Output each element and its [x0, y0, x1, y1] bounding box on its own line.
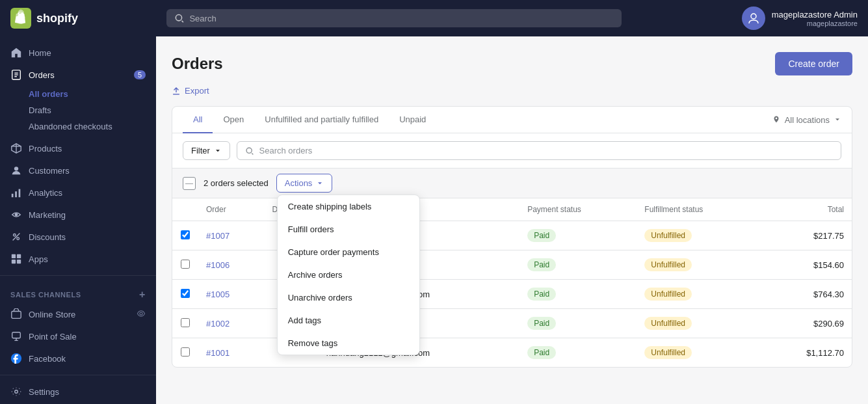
- dropdown-item-create-shipping[interactable]: Create shipping labels: [278, 195, 419, 218]
- page-title: Orders: [172, 55, 223, 73]
- sidebar-item-analytics[interactable]: Analytics: [0, 182, 156, 204]
- row-checkbox-cell: [172, 309, 198, 338]
- svg-point-11: [15, 213, 18, 216]
- row-checkbox-1006[interactable]: [181, 260, 190, 269]
- row-payment-1005: Paid: [519, 280, 637, 309]
- tab-unfulfilled[interactable]: Unfulfilled and partially fulfilled: [254, 107, 389, 133]
- table-body: #1007 — Paid Unfulfilled $217.75 #1006 —…: [172, 221, 852, 368]
- svg-rect-16: [17, 254, 21, 258]
- fulfillment-badge-1007: Unfulfilled: [644, 229, 692, 242]
- row-fulfillment-1005: Unfulfilled: [637, 280, 762, 309]
- search-icon: [174, 13, 184, 23]
- order-link-1007[interactable]: #1007: [206, 231, 230, 241]
- fulfillment-badge-1005: Unfulfilled: [644, 288, 692, 301]
- sidebar-label-facebook: Facebook: [29, 354, 66, 364]
- sidebar-divider: [0, 275, 156, 276]
- sidebar-item-online-store[interactable]: Online Store: [0, 303, 156, 325]
- order-link-1006[interactable]: #1006: [206, 260, 230, 270]
- row-checkbox-cell: [172, 280, 198, 309]
- search-bar[interactable]: [166, 9, 622, 27]
- col-checkbox: [172, 198, 198, 221]
- dropdown-item-remove-tags[interactable]: Remove tags: [278, 332, 419, 355]
- sidebar-item-customers[interactable]: Customers: [0, 159, 156, 182]
- payment-badge-1007: Paid: [527, 229, 556, 242]
- dropdown-item-capture[interactable]: Capture order payments: [278, 241, 419, 263]
- tab-open[interactable]: Open: [213, 107, 254, 133]
- locations-chevron-icon: [834, 116, 841, 124]
- svg-point-26: [246, 148, 252, 153]
- user-avatar[interactable]: [742, 7, 765, 30]
- sales-channels-section: SALES CHANNELS +: [0, 281, 156, 303]
- dropdown-item-add-tags[interactable]: Add tags: [278, 309, 419, 332]
- sidebar-subitem-abandoned[interactable]: Abandoned checkouts: [29, 118, 156, 135]
- svg-point-23: [15, 390, 18, 394]
- row-checkbox-1002[interactable]: [181, 318, 190, 327]
- locations-filter[interactable]: All locations: [772, 107, 841, 133]
- sidebar-label-settings: Settings: [29, 387, 59, 397]
- sidebar-item-pos[interactable]: Point of Sale: [0, 325, 156, 347]
- dropdown-item-archive[interactable]: Archive orders: [278, 263, 419, 286]
- order-link-1005[interactable]: #1005: [206, 290, 230, 299]
- sidebar-item-apps[interactable]: Apps: [0, 248, 156, 270]
- export-link[interactable]: Export: [172, 86, 852, 96]
- actions-button[interactable]: Actions Create shipping labels Fulfill o…: [276, 174, 333, 193]
- row-payment-1007: Paid: [519, 221, 637, 250]
- deselect-button[interactable]: —: [183, 177, 196, 190]
- sidebar-item-products[interactable]: Products: [0, 137, 156, 159]
- payment-badge-1001: Paid: [527, 346, 556, 359]
- col-total: Total: [762, 198, 852, 221]
- topbar-right: mageplazastore Admin mageplazastore: [742, 7, 858, 30]
- row-fulfillment-1001: Unfulfilled: [637, 338, 762, 368]
- row-order-1002: #1002: [198, 309, 265, 338]
- filter-label: Filter: [191, 146, 210, 155]
- actions-label: Actions: [285, 178, 313, 188]
- dropdown-item-fulfill[interactable]: Fulfill orders: [278, 218, 419, 241]
- sidebar-item-marketing[interactable]: Marketing: [0, 204, 156, 226]
- search-orders-input[interactable]: [259, 146, 833, 155]
- sidebar-subitem-all-orders[interactable]: All orders: [29, 86, 156, 102]
- table-row: #1005 hanhdang2112@gmail.com Paid Unfulf…: [172, 280, 852, 309]
- order-link-1001[interactable]: #1001: [206, 348, 230, 358]
- add-sales-channel-btn[interactable]: +: [139, 289, 146, 301]
- products-icon: [10, 142, 22, 154]
- tab-all[interactable]: All: [183, 107, 213, 133]
- row-checkbox-1007[interactable]: [181, 230, 190, 239]
- dropdown-item-unarchive[interactable]: Unarchive orders: [278, 286, 419, 309]
- row-checkbox-1001[interactable]: [181, 347, 190, 357]
- svg-rect-21: [12, 332, 21, 338]
- sidebar-item-settings[interactable]: Settings: [0, 381, 156, 403]
- svg-rect-15: [12, 254, 16, 258]
- sidebar-item-home[interactable]: Home: [0, 42, 156, 64]
- sidebar-subitem-drafts[interactable]: Drafts: [29, 102, 156, 118]
- topbar: mageplazastore Admin mageplazastore: [156, 0, 868, 36]
- create-order-button[interactable]: Create order: [775, 52, 852, 75]
- actions-dropdown-menu: Create shipping labels Fulfill orders Ca…: [277, 195, 420, 355]
- sidebar-label-pos: Point of Sale: [29, 332, 77, 342]
- payment-badge-1005: Paid: [527, 288, 556, 301]
- sidebar-item-discounts[interactable]: Discounts: [0, 226, 156, 248]
- filter-button[interactable]: Filter: [183, 141, 230, 160]
- row-fulfillment-1002: Unfulfilled: [637, 309, 762, 338]
- sales-channels-label: SALES CHANNELS: [10, 291, 81, 299]
- svg-point-13: [17, 237, 20, 240]
- row-order-1001: #1001: [198, 338, 265, 368]
- col-payment: Payment status: [519, 198, 637, 221]
- shopify-logo[interactable]: shopify: [10, 8, 78, 29]
- row-checkbox-1005[interactable]: [181, 289, 190, 298]
- sidebar-item-orders[interactable]: Orders 5: [0, 64, 156, 86]
- home-icon: [10, 47, 22, 59]
- sidebar-item-facebook[interactable]: Facebook: [0, 347, 156, 370]
- col-order: Order: [198, 198, 265, 221]
- orders-subnav: All orders Drafts Abandoned checkouts: [0, 86, 156, 137]
- online-store-eye-icon[interactable]: [137, 309, 146, 320]
- table-row: #1001 hanhdang2112@gmail.com Paid Unfulf…: [172, 338, 852, 368]
- search-orders-icon: [245, 146, 254, 155]
- sidebar-nav: Home Orders 5 All orders Drafts Abandone…: [0, 36, 156, 404]
- tabs-bar: All Open Unfulfilled and partially fulfi…: [172, 107, 852, 133]
- svg-rect-10: [19, 189, 21, 198]
- order-link-1002[interactable]: #1002: [206, 319, 230, 329]
- actions-chevron-icon: [316, 180, 324, 187]
- tab-unpaid[interactable]: Unpaid: [389, 107, 436, 133]
- search-input[interactable]: [189, 14, 614, 23]
- main-content: Orders Create order Export All Open Unfu…: [156, 36, 868, 404]
